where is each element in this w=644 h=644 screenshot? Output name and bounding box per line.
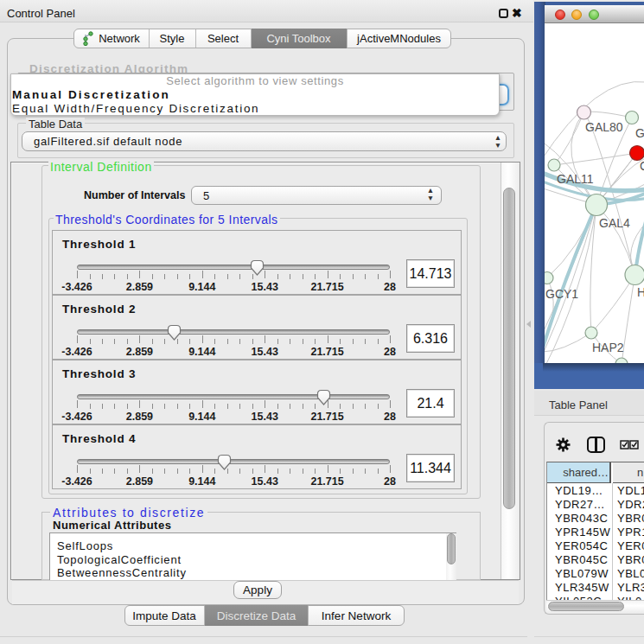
svg-text:GCY1: GCY1 xyxy=(545,287,578,301)
svg-text:H: H xyxy=(637,285,644,299)
svg-text:GAL11: GAL11 xyxy=(557,172,594,186)
svg-text:HAP2: HAP2 xyxy=(592,341,624,354)
svg-text:GAL80: GAL80 xyxy=(585,120,623,134)
svg-text:GA: GA xyxy=(635,126,644,140)
svg-text:C: C xyxy=(640,159,644,173)
svg-text:GAL4: GAL4 xyxy=(599,216,630,230)
